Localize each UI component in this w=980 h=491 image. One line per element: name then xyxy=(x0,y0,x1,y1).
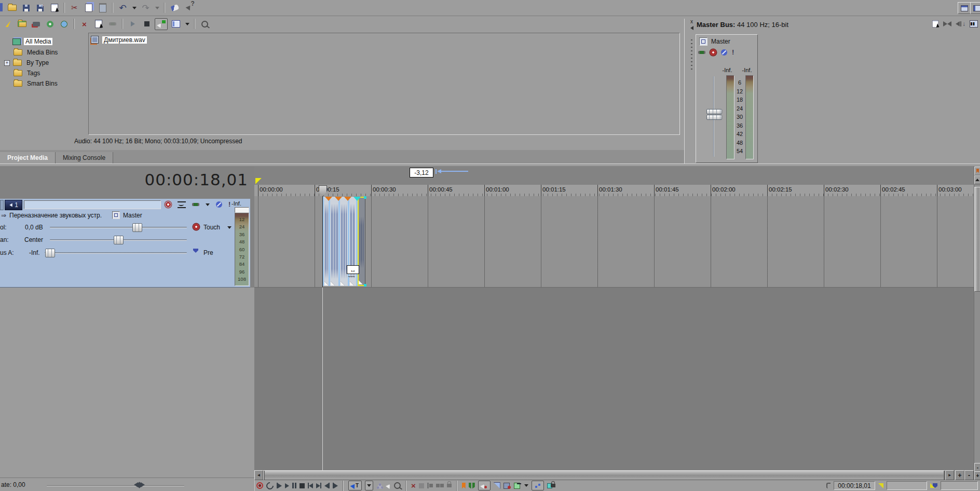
audio-event[interactable] xyxy=(322,197,329,286)
volume-slider-track[interactable] xyxy=(50,227,187,228)
ignore-grouping-button[interactable] xyxy=(547,483,555,488)
views-dropdown[interactable] xyxy=(184,19,190,30)
dim-output-icon[interactable]: ↓ xyxy=(956,20,965,28)
marker-bar[interactable]: -3,12 xyxy=(254,166,974,185)
media-properties-button[interactable] xyxy=(92,19,104,30)
undo-dropdown[interactable] xyxy=(131,3,138,13)
selection-start-field[interactable] xyxy=(887,481,927,490)
sidebar-item-media-bins[interactable]: Media Bins xyxy=(13,48,59,57)
bus-properties-icon[interactable] xyxy=(932,20,939,28)
device-reassign-label[interactable]: Переназначение звуковых устр. xyxy=(9,212,102,219)
solo-icon[interactable]: ! xyxy=(732,50,734,55)
stop-button[interactable] xyxy=(300,483,305,488)
get-media-web-button[interactable] xyxy=(58,19,70,30)
fade-handle-icon[interactable] xyxy=(341,281,345,285)
selection-handle-icon[interactable] xyxy=(353,197,361,201)
tab-project-media[interactable]: Project Media xyxy=(0,152,56,163)
zoom-tool-button[interactable] xyxy=(394,482,401,489)
automation-gear-icon[interactable] xyxy=(710,49,716,56)
playhead-cursor-head[interactable] xyxy=(319,185,327,196)
pin-icon[interactable] xyxy=(826,483,831,488)
meter-options-icon[interactable]: ▮▮ xyxy=(970,20,978,28)
marker-tool-button[interactable] xyxy=(974,167,980,175)
auto-ripple-button[interactable] xyxy=(514,483,521,489)
sidebar-item-all-media[interactable]: All Media xyxy=(12,37,52,46)
bus-send-value[interactable]: -Inf. xyxy=(29,249,40,256)
timeline-empty-area[interactable] xyxy=(254,288,974,470)
media-file-item[interactable]: Дмитриев.wav xyxy=(91,35,147,44)
track-fx-icon[interactable] xyxy=(192,203,199,206)
track-edge-control[interactable] xyxy=(0,200,4,210)
v-zoom-out-button[interactable]: - xyxy=(974,463,980,472)
capture-video-button[interactable] xyxy=(30,19,42,30)
track-number-button[interactable]: 1 xyxy=(5,200,22,210)
redo-dropdown[interactable] xyxy=(154,3,160,13)
preview-stop-button[interactable] xyxy=(141,19,153,30)
track-meter-peak[interactable]: -Inf. xyxy=(232,200,249,207)
views-button[interactable] xyxy=(170,19,182,30)
pause-button[interactable] xyxy=(292,483,296,488)
enable-snapping-button[interactable] xyxy=(478,481,491,490)
loop-region-marker[interactable] xyxy=(255,178,262,184)
automation-gear-icon[interactable] xyxy=(193,224,199,230)
lock-button-disabled[interactable] xyxy=(447,484,452,487)
window-layout-button[interactable] xyxy=(958,2,971,14)
auto-crossfade-button[interactable] xyxy=(494,482,500,489)
auto-ripple-dropdown[interactable] xyxy=(524,484,528,487)
meter-peak-right[interactable]: -Inf. xyxy=(738,67,756,73)
bus-send-mode-label[interactable]: Pre xyxy=(203,249,213,256)
pan-value[interactable]: Center xyxy=(24,236,43,243)
import-media-button[interactable] xyxy=(16,19,28,30)
cut-button[interactable]: ✂ xyxy=(69,3,80,13)
fade-handle-icon[interactable] xyxy=(324,281,329,285)
master-bus-button[interactable] xyxy=(699,37,707,46)
time-display[interactable]: 00:00:18,01 xyxy=(0,170,248,189)
panel-collapse-icon[interactable] xyxy=(690,26,693,30)
edit-tool-button[interactable]: T xyxy=(348,481,362,490)
panel-close-button[interactable]: x xyxy=(690,20,693,24)
next-frame-button[interactable] xyxy=(333,483,338,488)
publish-button[interactable]: ? xyxy=(34,3,46,13)
insert-region-button[interactable] xyxy=(469,483,475,489)
properties-button[interactable] xyxy=(48,3,60,13)
record-arm-icon[interactable] xyxy=(165,201,171,208)
search-button[interactable] xyxy=(199,19,211,30)
media-fx-button[interactable] xyxy=(106,19,118,30)
paste-button[interactable] xyxy=(97,3,108,13)
loop-playback-button[interactable] xyxy=(265,481,275,491)
bus-send-slider-track[interactable] xyxy=(45,252,187,254)
redo-button[interactable]: ↷ xyxy=(140,3,152,13)
extract-audio-cd-button[interactable] xyxy=(44,19,56,30)
edit-tool-dropdown[interactable] xyxy=(365,481,373,490)
play-from-start-button[interactable] xyxy=(277,483,282,488)
track-lane[interactable]: ↔ ~~~ xyxy=(254,196,974,288)
pan-slider-thumb[interactable] xyxy=(114,236,124,244)
selection-handle-icon[interactable] xyxy=(364,284,366,287)
v-scroll-thumb[interactable] xyxy=(974,187,980,292)
zoom-out-button[interactable]: - xyxy=(964,470,974,480)
quantize-frames-button[interactable] xyxy=(503,483,511,489)
sidebar-item-tags[interactable]: Tags xyxy=(13,69,42,77)
copy-button[interactable] xyxy=(83,3,94,13)
automation-mode-label[interactable]: Touch xyxy=(203,224,220,231)
cursor-time-field[interactable]: 00:00:18,01 xyxy=(834,481,875,490)
selection-end-field[interactable] xyxy=(941,481,978,490)
chevron-down-icon[interactable] xyxy=(206,203,210,206)
timeline-h-scrollbar[interactable]: ◄ ► + - xyxy=(254,470,974,480)
envelope-tool-button[interactable] xyxy=(376,483,384,489)
group-button-disabled[interactable] xyxy=(436,484,444,487)
downmix-icon[interactable] xyxy=(943,21,951,26)
rate-slider-thumb[interactable] xyxy=(134,482,145,487)
split-button-disabled[interactable] xyxy=(427,483,433,488)
trim-button-disabled[interactable] xyxy=(419,483,424,488)
volume-value[interactable]: 0,0 dB xyxy=(25,224,43,231)
open-project-button[interactable] xyxy=(6,3,18,13)
mute-icon[interactable] xyxy=(216,201,222,208)
play-button[interactable] xyxy=(285,483,289,488)
record-button[interactable] xyxy=(256,482,263,489)
volume-slider-thumb[interactable] xyxy=(132,223,142,232)
previous-frame-button[interactable] xyxy=(324,483,330,488)
capture-flash-button[interactable] xyxy=(2,19,14,30)
v-zoom-in-button[interactable]: + xyxy=(974,471,980,480)
scroll-right-button[interactable]: ► xyxy=(945,470,954,480)
